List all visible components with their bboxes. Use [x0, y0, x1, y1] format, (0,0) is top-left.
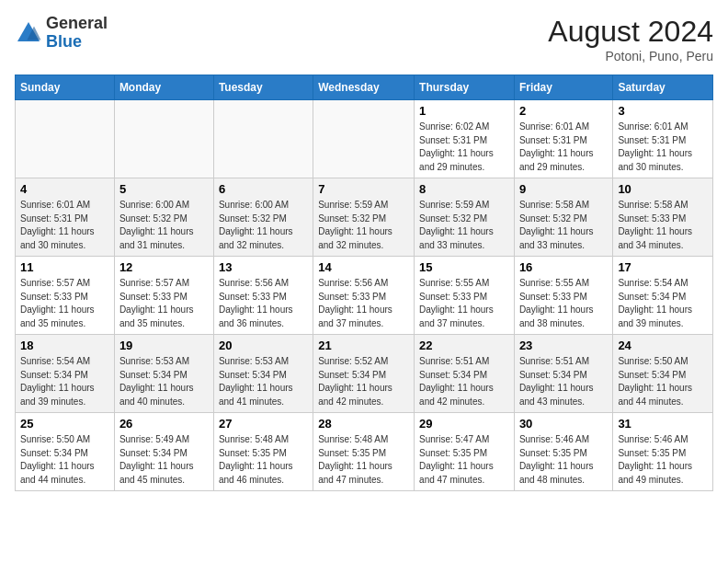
- calendar-cell-w1-d7: 3Sunrise: 6:01 AM Sunset: 5:31 PM Daylig…: [613, 100, 713, 178]
- calendar-cell-w2-d3: 6Sunrise: 6:00 AM Sunset: 5:32 PM Daylig…: [213, 178, 313, 257]
- calendar-cell-w4-d2: 19Sunrise: 5:53 AM Sunset: 5:34 PM Dayli…: [114, 335, 213, 413]
- calendar-week-3: 11Sunrise: 5:57 AM Sunset: 5:33 PM Dayli…: [16, 257, 713, 335]
- day-info: Sunrise: 6:00 AM Sunset: 5:32 PM Dayligh…: [219, 199, 308, 252]
- day-number: 26: [119, 417, 209, 431]
- day-info: Sunrise: 5:53 AM Sunset: 5:34 PM Dayligh…: [119, 355, 209, 408]
- calendar-cell-w1-d1: [16, 100, 115, 178]
- header-day-wednesday: Wednesday: [313, 75, 415, 100]
- calendar-cell-w2-d7: 10Sunrise: 5:58 AM Sunset: 5:33 PM Dayli…: [613, 178, 713, 257]
- day-info: Sunrise: 5:47 AM Sunset: 5:35 PM Dayligh…: [419, 433, 509, 487]
- month-year-title: August 2024: [548, 15, 713, 49]
- calendar-cell-w1-d4: [313, 100, 415, 178]
- day-number: 31: [618, 417, 708, 431]
- calendar-cell-w2-d2: 5Sunrise: 6:00 AM Sunset: 5:32 PM Daylig…: [114, 178, 213, 257]
- day-number: 11: [20, 260, 109, 274]
- day-info: Sunrise: 5:55 AM Sunset: 5:33 PM Dayligh…: [519, 277, 608, 330]
- day-number: 24: [618, 339, 708, 352]
- day-number: 30: [519, 417, 608, 431]
- day-number: 29: [419, 417, 509, 431]
- day-info: Sunrise: 5:56 AM Sunset: 5:33 PM Dayligh…: [219, 277, 308, 330]
- calendar-table: SundayMondayTuesdayWednesdayThursdayFrid…: [15, 75, 713, 491]
- day-info: Sunrise: 5:46 AM Sunset: 5:35 PM Dayligh…: [519, 433, 608, 487]
- day-number: 23: [519, 339, 608, 352]
- day-number: 14: [318, 260, 409, 274]
- day-info: Sunrise: 6:02 AM Sunset: 5:31 PM Dayligh…: [419, 121, 509, 174]
- calendar-cell-w5-d3: 27Sunrise: 5:48 AM Sunset: 5:35 PM Dayli…: [213, 413, 313, 491]
- day-info: Sunrise: 6:01 AM Sunset: 5:31 PM Dayligh…: [519, 121, 608, 174]
- day-info: Sunrise: 5:48 AM Sunset: 5:35 PM Dayligh…: [318, 433, 409, 487]
- day-number: 28: [318, 417, 409, 431]
- calendar-cell-w4-d4: 21Sunrise: 5:52 AM Sunset: 5:34 PM Dayli…: [313, 335, 415, 413]
- calendar-cell-w1-d5: 1Sunrise: 6:02 AM Sunset: 5:31 PM Daylig…: [415, 100, 515, 178]
- day-number: 2: [519, 104, 608, 118]
- calendar-cell-w5-d7: 31Sunrise: 5:46 AM Sunset: 5:35 PM Dayli…: [613, 413, 713, 491]
- calendar-week-5: 25Sunrise: 5:50 AM Sunset: 5:34 PM Dayli…: [16, 413, 713, 491]
- day-number: 15: [419, 260, 509, 274]
- day-number: 16: [519, 260, 608, 274]
- calendar-week-1: 1Sunrise: 6:02 AM Sunset: 5:31 PM Daylig…: [16, 100, 713, 178]
- header-day-sunday: Sunday: [16, 75, 115, 100]
- calendar-cell-w4-d3: 20Sunrise: 5:53 AM Sunset: 5:34 PM Dayli…: [213, 335, 313, 413]
- day-info: Sunrise: 5:50 AM Sunset: 5:34 PM Dayligh…: [20, 433, 109, 487]
- calendar-cell-w5-d5: 29Sunrise: 5:47 AM Sunset: 5:35 PM Dayli…: [415, 413, 515, 491]
- calendar-cell-w5-d2: 26Sunrise: 5:49 AM Sunset: 5:34 PM Dayli…: [114, 413, 213, 491]
- calendar-cell-w5-d6: 30Sunrise: 5:46 AM Sunset: 5:35 PM Dayli…: [514, 413, 612, 491]
- day-info: Sunrise: 5:55 AM Sunset: 5:33 PM Dayligh…: [419, 277, 509, 330]
- day-number: 4: [20, 182, 109, 196]
- calendar-week-4: 18Sunrise: 5:54 AM Sunset: 5:34 PM Dayli…: [16, 335, 713, 413]
- day-info: Sunrise: 5:57 AM Sunset: 5:33 PM Dayligh…: [119, 277, 209, 330]
- day-number: 13: [219, 260, 308, 274]
- day-info: Sunrise: 6:01 AM Sunset: 5:31 PM Dayligh…: [20, 199, 109, 252]
- day-number: 27: [219, 417, 308, 431]
- calendar-cell-w1-d6: 2Sunrise: 6:01 AM Sunset: 5:31 PM Daylig…: [514, 100, 612, 178]
- calendar-cell-w1-d3: [213, 100, 313, 178]
- calendar-cell-w4-d5: 22Sunrise: 5:51 AM Sunset: 5:34 PM Dayli…: [415, 335, 515, 413]
- day-info: Sunrise: 5:51 AM Sunset: 5:34 PM Dayligh…: [519, 355, 608, 408]
- day-info: Sunrise: 5:58 AM Sunset: 5:33 PM Dayligh…: [618, 199, 708, 252]
- calendar-cell-w3-d5: 15Sunrise: 5:55 AM Sunset: 5:33 PM Dayli…: [415, 257, 515, 335]
- calendar-cell-w2-d5: 8Sunrise: 5:59 AM Sunset: 5:32 PM Daylig…: [415, 178, 515, 257]
- day-info: Sunrise: 5:48 AM Sunset: 5:35 PM Dayligh…: [219, 433, 308, 487]
- day-number: 22: [419, 339, 509, 352]
- day-info: Sunrise: 6:01 AM Sunset: 5:31 PM Dayligh…: [618, 121, 708, 174]
- day-info: Sunrise: 5:56 AM Sunset: 5:33 PM Dayligh…: [318, 277, 409, 330]
- logo-text: General Blue: [46, 15, 108, 52]
- day-info: Sunrise: 6:00 AM Sunset: 5:32 PM Dayligh…: [119, 199, 209, 252]
- page-header: General Blue August 2024 Potoni, Puno, P…: [15, 15, 713, 63]
- calendar-cell-w3-d2: 12Sunrise: 5:57 AM Sunset: 5:33 PM Dayli…: [114, 257, 213, 335]
- location-subtitle: Potoni, Puno, Peru: [548, 49, 713, 63]
- day-info: Sunrise: 5:51 AM Sunset: 5:34 PM Dayligh…: [419, 355, 509, 408]
- day-info: Sunrise: 5:50 AM Sunset: 5:34 PM Dayligh…: [618, 355, 708, 408]
- logo-blue-text: Blue: [46, 33, 108, 52]
- logo: General Blue: [15, 15, 108, 52]
- header-day-monday: Monday: [114, 75, 213, 100]
- calendar-cell-w3-d3: 13Sunrise: 5:56 AM Sunset: 5:33 PM Dayli…: [213, 257, 313, 335]
- day-number: 20: [219, 339, 308, 352]
- day-number: 3: [618, 104, 708, 118]
- day-info: Sunrise: 5:59 AM Sunset: 5:32 PM Dayligh…: [419, 199, 509, 252]
- calendar-header-row: SundayMondayTuesdayWednesdayThursdayFrid…: [16, 75, 713, 100]
- day-number: 12: [119, 260, 209, 274]
- calendar-cell-w3-d4: 14Sunrise: 5:56 AM Sunset: 5:33 PM Dayli…: [313, 257, 415, 335]
- day-info: Sunrise: 5:59 AM Sunset: 5:32 PM Dayligh…: [318, 199, 409, 252]
- calendar-cell-w2-d1: 4Sunrise: 6:01 AM Sunset: 5:31 PM Daylig…: [16, 178, 115, 257]
- header-day-thursday: Thursday: [415, 75, 515, 100]
- logo-icon: [15, 19, 42, 47]
- day-number: 10: [618, 182, 708, 196]
- day-number: 5: [119, 182, 209, 196]
- calendar-cell-w1-d2: [114, 100, 213, 178]
- day-number: 8: [419, 182, 509, 196]
- calendar-cell-w4-d7: 24Sunrise: 5:50 AM Sunset: 5:34 PM Dayli…: [613, 335, 713, 413]
- day-number: 19: [119, 339, 209, 352]
- title-block: August 2024 Potoni, Puno, Peru: [548, 15, 713, 63]
- day-info: Sunrise: 5:57 AM Sunset: 5:33 PM Dayligh…: [20, 277, 109, 330]
- day-number: 7: [318, 182, 409, 196]
- day-number: 17: [618, 260, 708, 274]
- calendar-cell-w2-d4: 7Sunrise: 5:59 AM Sunset: 5:32 PM Daylig…: [313, 178, 415, 257]
- day-number: 18: [20, 339, 109, 352]
- calendar-cell-w4-d1: 18Sunrise: 5:54 AM Sunset: 5:34 PM Dayli…: [16, 335, 115, 413]
- calendar-week-2: 4Sunrise: 6:01 AM Sunset: 5:31 PM Daylig…: [16, 178, 713, 257]
- calendar-cell-w5-d1: 25Sunrise: 5:50 AM Sunset: 5:34 PM Dayli…: [16, 413, 115, 491]
- day-number: 25: [20, 417, 109, 431]
- day-number: 6: [219, 182, 308, 196]
